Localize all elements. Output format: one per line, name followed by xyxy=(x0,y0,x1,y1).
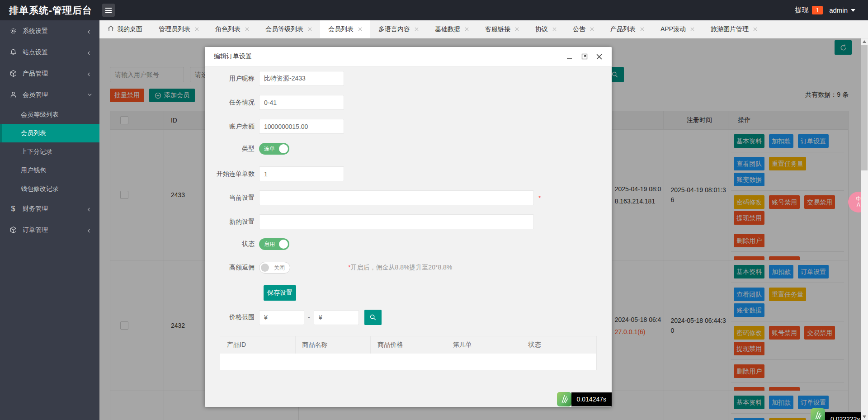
sidebar-item-label: 订单管理 xyxy=(23,226,86,234)
type-toggle[interactable]: 连单 xyxy=(259,143,289,155)
sidebar-item[interactable]: $ 财务管理 xyxy=(0,198,99,219)
sidebar-item[interactable]: $ 订单管理 xyxy=(0,219,99,241)
chevron-icon xyxy=(86,71,91,76)
col-status: 状态 xyxy=(521,336,596,354)
tab[interactable]: 客服链接 xyxy=(477,20,527,38)
sidebar-item-icon: $ xyxy=(9,48,17,57)
scroll-down-arrow[interactable] xyxy=(861,414,868,420)
sidebar-item-label: 财务管理 xyxy=(23,205,86,213)
price-min-field[interactable] xyxy=(259,310,304,325)
close-icon[interactable] xyxy=(552,27,557,31)
sidebar-subitem[interactable]: 上下分记录 xyxy=(0,142,99,161)
hamburger-menu-icon[interactable] xyxy=(102,4,115,17)
close-icon[interactable] xyxy=(590,27,594,31)
edit-order-settings-modal: 编辑订单设置 用户昵称 任务情况 xyxy=(205,47,612,407)
tab-label: 角色列表 xyxy=(215,25,241,33)
tab[interactable]: 旅游图片管理 xyxy=(703,20,765,38)
user-menu[interactable]: admin xyxy=(829,6,855,14)
col-product-price: 商品价格 xyxy=(371,336,446,354)
tab[interactable]: APP滚动 xyxy=(652,20,703,38)
price-search-button[interactable] xyxy=(364,310,382,325)
tab[interactable]: 基础数据 xyxy=(427,20,477,38)
close-icon[interactable] xyxy=(690,27,694,31)
minimize-icon[interactable] xyxy=(566,53,573,60)
sidebar-item-icon: $ xyxy=(9,70,17,78)
close-icon[interactable] xyxy=(465,27,469,31)
tab-label: 客服链接 xyxy=(485,25,510,33)
close-icon[interactable] xyxy=(245,27,249,31)
withdraw-link[interactable]: 提现 1 xyxy=(795,6,823,14)
balance-field[interactable] xyxy=(259,119,344,134)
sidebar-item-icon: $ xyxy=(9,91,17,99)
scroll-up-arrow[interactable] xyxy=(861,38,868,45)
close-icon[interactable] xyxy=(358,27,362,31)
top-header: 排单系统-管理后台 提现 1 admin xyxy=(0,0,868,20)
col-product-name: 商品名称 xyxy=(296,336,371,354)
app-title: 排单系统-管理后台 xyxy=(9,4,92,17)
nickname-field[interactable] xyxy=(259,71,344,86)
close-icon[interactable] xyxy=(415,27,419,31)
type-label: 类型 xyxy=(205,145,259,153)
sidebar-item-label: 产品管理 xyxy=(23,70,86,78)
status-toggle[interactable]: 启用 xyxy=(259,238,289,250)
sidebar-subitem[interactable]: 会员等级列表 xyxy=(0,105,99,124)
start-count-label: 开始连单单数 xyxy=(205,170,259,178)
sidebar-item[interactable]: $ 站点设置 xyxy=(0,42,99,63)
sidebar-item[interactable]: $ 会员管理 xyxy=(0,84,99,105)
scrollbar[interactable] xyxy=(861,38,868,420)
scrollbar-thumb[interactable] xyxy=(861,45,868,170)
price-dash: - xyxy=(308,314,310,321)
close-icon[interactable] xyxy=(596,53,603,60)
page-timer-value: 0.022222s xyxy=(825,412,865,420)
tab[interactable]: 角色列表 xyxy=(207,20,257,38)
close-icon[interactable] xyxy=(515,27,519,31)
modal-title: 编辑订单设置 xyxy=(214,52,252,61)
sidebar-item-icon: $ xyxy=(9,205,17,213)
chevron-icon xyxy=(86,206,91,211)
leaf-logo-icon xyxy=(811,408,825,420)
price-max-field[interactable] xyxy=(314,310,359,325)
close-icon[interactable] xyxy=(753,27,757,31)
close-icon[interactable] xyxy=(640,27,644,31)
username: admin xyxy=(829,6,848,14)
close-icon[interactable] xyxy=(308,27,312,31)
col-product-id: 产品ID xyxy=(220,336,296,354)
sidebar-subitem[interactable]: 会员列表 xyxy=(0,124,99,142)
tab[interactable]: 会员等级列表 xyxy=(257,20,320,38)
sidebar-item[interactable]: $ 系统设置 xyxy=(0,20,99,42)
tab-label: 我的桌面 xyxy=(117,25,142,33)
tab[interactable]: 产品列表 xyxy=(602,20,652,38)
rebate-label: 高额返佣 xyxy=(205,264,259,272)
page-load-timer: 0.022222s xyxy=(811,408,865,420)
rebate-toggle[interactable]: 关闭 xyxy=(259,262,290,274)
tab-label: 旅游图片管理 xyxy=(711,25,749,33)
save-settings-button[interactable]: 保存设置 xyxy=(264,285,296,301)
current-setting-field[interactable] xyxy=(259,190,534,205)
close-icon[interactable] xyxy=(195,27,199,31)
sidebar-item-label: 系统设置 xyxy=(23,27,86,35)
nickname-label: 用户昵称 xyxy=(205,75,259,83)
sidebar-item-icon: $ xyxy=(9,27,17,35)
tab[interactable]: 协议 xyxy=(527,20,565,38)
new-setting-field[interactable] xyxy=(259,214,534,229)
tab[interactable]: 多语言内容 xyxy=(370,20,427,38)
tab[interactable]: 管理员列表 xyxy=(151,20,207,38)
status-label: 状态 xyxy=(205,240,259,248)
task-field[interactable] xyxy=(259,95,344,110)
chevron-icon xyxy=(86,92,91,97)
maximize-icon[interactable] xyxy=(581,53,588,60)
sidebar-item-label: 会员管理 xyxy=(23,91,86,99)
tab[interactable]: 会员列表 xyxy=(320,20,370,38)
tab[interactable]: 我的桌面 xyxy=(99,20,151,38)
tab-label: 多语言内容 xyxy=(378,25,410,33)
chevron-icon xyxy=(86,28,91,33)
start-count-field[interactable] xyxy=(259,166,344,181)
price-range-label: 价格范围 xyxy=(205,313,259,321)
sidebar-submenu: 会员等级列表会员列表上下分记录用户钱包钱包修改记录 xyxy=(0,105,99,198)
home-icon xyxy=(108,25,114,33)
sidebar-item[interactable]: $ 产品管理 xyxy=(0,63,99,84)
tab[interactable]: 公告 xyxy=(565,20,602,38)
sidebar-subitem[interactable]: 用户钱包 xyxy=(0,161,99,179)
tab-label: 公告 xyxy=(573,25,585,33)
sidebar-subitem[interactable]: 钱包修改记录 xyxy=(0,179,99,198)
